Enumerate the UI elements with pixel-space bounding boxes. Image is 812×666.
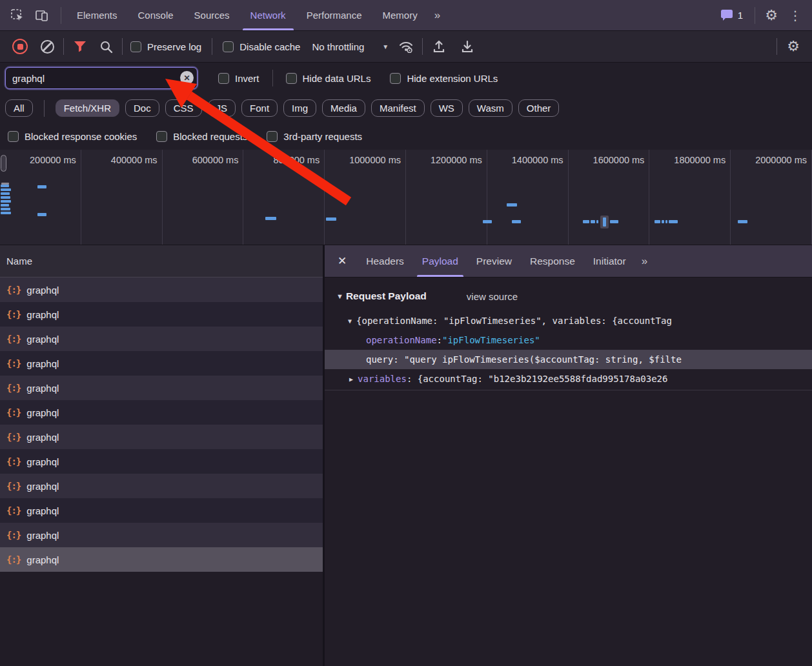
json-braces-icon: {:}	[6, 358, 21, 368]
blocked-requests-checkbox[interactable]: Blocked requests	[156, 131, 247, 142]
clear-filter-icon[interactable]: ✕	[180, 71, 194, 85]
timeline-request-bar	[610, 220, 618, 223]
request-details-panel: ✕ HeadersPayloadPreviewResponseInitiator…	[325, 245, 812, 666]
request-row[interactable]: {:}graphql	[0, 278, 323, 302]
chip-other[interactable]: Other	[518, 99, 560, 117]
requests-panel: Name {:}graphql{:}graphql{:}graphql{:}gr…	[0, 245, 323, 666]
hide-data-urls-label: Hide data URLs	[303, 73, 371, 84]
invert-checkbox[interactable]: Invert	[218, 73, 259, 84]
chip-ws[interactable]: WS	[431, 99, 463, 117]
chip-doc[interactable]: Doc	[125, 99, 159, 117]
timeline-request-bar	[1, 200, 11, 203]
tab-network[interactable]: Network	[240, 0, 296, 30]
third-party-requests-checkbox[interactable]: 3rd-party requests	[267, 131, 362, 142]
request-row[interactable]: {:}graphql	[0, 449, 323, 474]
filter-icon[interactable]	[69, 35, 91, 57]
chip-wasm[interactable]: Wasm	[469, 99, 513, 117]
timeline-request-bar	[1, 192, 10, 195]
more-filters-bar: Blocked response cookies Blocked request…	[0, 123, 812, 150]
chip-all[interactable]: All	[5, 99, 33, 117]
details-tab-response[interactable]: Response	[521, 245, 584, 277]
blocked-response-cookies-checkbox[interactable]: Blocked response cookies	[8, 131, 137, 142]
chip-css[interactable]: CSS	[165, 99, 202, 117]
clear-network-log-button[interactable]	[36, 35, 58, 57]
close-details-icon[interactable]: ✕	[325, 245, 357, 277]
request-row[interactable]: {:}graphql	[0, 376, 323, 400]
request-row[interactable]: {:}graphql	[0, 327, 323, 351]
request-row[interactable]: {:}graphql	[0, 400, 323, 425]
inspect-element-icon[interactable]	[6, 5, 28, 26]
payload-root-row[interactable]: ▼ {operationName: "ipFlowTimeseries", va…	[325, 311, 812, 330]
console-messages-button[interactable]: 1	[714, 9, 749, 21]
tab-elements[interactable]: Elements	[66, 0, 128, 30]
tab-sources[interactable]: Sources	[184, 0, 240, 30]
network-conditions-icon[interactable]	[395, 35, 417, 57]
network-overview-timeline[interactable]: 200000 ms400000 ms600000 ms800000 ms1000…	[0, 150, 812, 245]
devtools-tabbar: ElementsConsoleSourcesNetworkPerformance…	[0, 0, 812, 31]
chip-js[interactable]: JS	[208, 99, 236, 117]
request-row[interactable]: {:}graphql	[0, 474, 323, 498]
device-toolbar-icon[interactable]	[31, 5, 53, 26]
request-row[interactable]: {:}graphql	[0, 523, 323, 547]
divider	[63, 38, 64, 55]
throttling-dropdown[interactable]: No throttling ▼	[312, 41, 389, 52]
network-settings-gear-icon[interactable]: ⚙	[782, 35, 804, 57]
timeline-selected-request-marker[interactable]	[600, 216, 609, 228]
chip-media[interactable]: Media	[322, 99, 365, 117]
request-row[interactable]: {:}graphql	[0, 547, 323, 572]
tab-memory[interactable]: Memory	[372, 0, 428, 30]
collapse-icon[interactable]: ▼	[348, 318, 352, 325]
search-icon[interactable]	[95, 35, 117, 57]
preserve-log-checkbox[interactable]: Preserve log	[130, 41, 201, 52]
expand-icon[interactable]: ▶	[348, 376, 353, 383]
overview-grip-handle[interactable]	[1, 155, 6, 172]
settings-gear-icon[interactable]: ⚙	[760, 5, 782, 26]
collapse-icon[interactable]: ▼	[336, 292, 343, 300]
chip-fetch-xhr[interactable]: Fetch/XHR	[56, 99, 119, 117]
view-source-link[interactable]: view source	[467, 291, 518, 302]
divider	[325, 390, 812, 390]
details-tab-payload[interactable]: Payload	[413, 245, 467, 277]
chip-img[interactable]: Img	[283, 99, 316, 117]
name-column-header[interactable]: Name	[0, 245, 323, 278]
details-tab-preview[interactable]: Preview	[467, 245, 521, 277]
timeline-request-bar	[507, 203, 517, 207]
export-har-icon[interactable]	[456, 35, 478, 57]
chip-font[interactable]: Font	[241, 99, 278, 117]
kebab-menu-icon[interactable]: ⋮	[782, 8, 808, 23]
request-row[interactable]: {:}graphql	[0, 302, 323, 327]
request-name: graphql	[26, 358, 59, 369]
third-party-requests-label: 3rd-party requests	[283, 131, 362, 142]
hide-extension-urls-checkbox[interactable]: Hide extension URLs	[390, 73, 498, 84]
disable-cache-checkbox[interactable]: Disable cache	[223, 41, 300, 52]
payload-query-row[interactable]: query: "query ipFlowTimeseries($accountT…	[325, 350, 812, 369]
request-row[interactable]: {:}graphql	[0, 498, 323, 523]
details-tab-initiator[interactable]: Initiator	[584, 245, 635, 277]
import-har-icon[interactable]	[428, 35, 450, 57]
more-details-tabs-icon[interactable]: »	[635, 245, 653, 277]
details-tabs: HeadersPayloadPreviewResponseInitiator	[357, 245, 634, 277]
hide-data-urls-checkbox[interactable]: Hide data URLs	[286, 73, 371, 84]
disable-cache-label: Disable cache	[239, 41, 300, 52]
payload-operation-name-row[interactable]: operationName: "ipFlowTimeseries"	[325, 330, 812, 350]
checkbox-icon	[223, 41, 234, 52]
messages-count: 1	[738, 10, 743, 21]
tab-performance[interactable]: Performance	[296, 0, 372, 30]
checkbox-icon	[267, 131, 278, 142]
details-tab-headers[interactable]: Headers	[357, 245, 413, 277]
timeline-request-bar	[37, 185, 46, 188]
more-panels-icon[interactable]: »	[428, 0, 445, 30]
json-braces-icon: {:}	[6, 481, 21, 491]
filter-input[interactable]	[5, 67, 198, 89]
payload-variables-row[interactable]: ▶ variables: {accountTag: "b12e3b2192ee5…	[325, 369, 812, 388]
timeline-request-bar	[512, 220, 521, 223]
divider	[755, 7, 755, 24]
chip-manifest[interactable]: Manifest	[371, 99, 425, 117]
json-braces-icon: {:}	[6, 554, 21, 565]
record-network-log-button[interactable]	[9, 35, 31, 57]
blocked-requests-label: Blocked requests	[173, 131, 247, 142]
timeline-request-bar	[669, 220, 678, 223]
request-row[interactable]: {:}graphql	[0, 425, 323, 449]
request-row[interactable]: {:}graphql	[0, 351, 323, 376]
tab-console[interactable]: Console	[128, 0, 184, 30]
